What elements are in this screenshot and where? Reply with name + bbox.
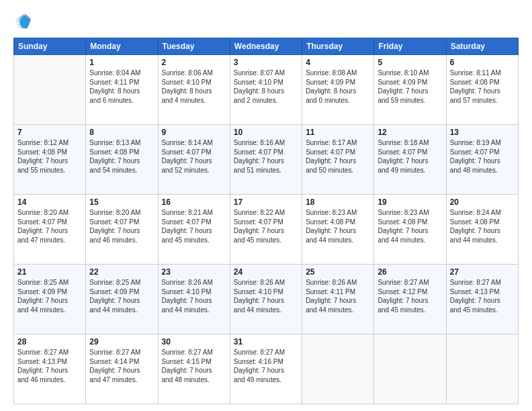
day-number: 19 [378, 197, 442, 207]
day-number: 21 [17, 267, 82, 277]
calendar-cell: 9Sunrise: 8:14 AM Sunset: 4:07 PM Daylig… [158, 125, 230, 195]
day-info: Sunrise: 8:27 AM Sunset: 4:12 PM Dayligh… [378, 278, 442, 314]
calendar-cell: 8Sunrise: 8:13 AM Sunset: 4:08 PM Daylig… [86, 125, 158, 195]
calendar-cell: 3Sunrise: 8:07 AM Sunset: 4:10 PM Daylig… [230, 55, 302, 125]
day-info: Sunrise: 8:26 AM Sunset: 4:10 PM Dayligh… [162, 278, 226, 314]
day-number: 18 [306, 197, 370, 207]
week-row-2: 7Sunrise: 8:12 AM Sunset: 4:08 PM Daylig… [14, 125, 519, 195]
day-info: Sunrise: 8:18 AM Sunset: 4:07 PM Dayligh… [378, 138, 442, 175]
calendar-cell: 21Sunrise: 8:25 AM Sunset: 4:09 PM Dayli… [14, 265, 86, 334]
weekday-header-thursday: Thursday [302, 38, 374, 55]
calendar-cell: 16Sunrise: 8:21 AM Sunset: 4:07 PM Dayli… [158, 195, 230, 265]
weekday-header-saturday: Saturday [446, 38, 518, 55]
day-info: Sunrise: 8:23 AM Sunset: 4:08 PM Dayligh… [378, 208, 442, 244]
day-info: Sunrise: 8:27 AM Sunset: 4:13 PM Dayligh… [17, 348, 82, 384]
weekday-header-monday: Monday [86, 38, 158, 55]
calendar-cell [14, 55, 86, 125]
calendar-cell: 11Sunrise: 8:17 AM Sunset: 4:07 PM Dayli… [302, 125, 374, 195]
day-info: Sunrise: 8:24 AM Sunset: 4:08 PM Dayligh… [450, 208, 515, 244]
calendar-cell: 13Sunrise: 8:19 AM Sunset: 4:07 PM Dayli… [446, 125, 518, 195]
day-number: 12 [378, 128, 442, 137]
day-number: 5 [378, 58, 442, 67]
day-number: 29 [89, 337, 154, 347]
day-info: Sunrise: 8:08 AM Sunset: 4:09 PM Dayligh… [306, 68, 370, 105]
weekday-header-friday: Friday [374, 38, 446, 55]
day-info: Sunrise: 8:04 AM Sunset: 4:11 PM Dayligh… [89, 68, 154, 105]
day-number: 28 [17, 337, 82, 347]
week-row-5: 28Sunrise: 8:27 AM Sunset: 4:13 PM Dayli… [14, 334, 519, 404]
day-number: 15 [89, 197, 154, 207]
calendar-cell: 25Sunrise: 8:26 AM Sunset: 4:11 PM Dayli… [302, 265, 374, 334]
day-info: Sunrise: 8:17 AM Sunset: 4:07 PM Dayligh… [306, 138, 370, 175]
day-number: 4 [306, 58, 370, 67]
day-number: 30 [162, 337, 226, 347]
day-number: 14 [17, 197, 82, 207]
calendar-cell: 29Sunrise: 8:27 AM Sunset: 4:14 PM Dayli… [86, 334, 158, 404]
weekday-header-tuesday: Tuesday [158, 38, 230, 55]
day-number: 22 [89, 267, 154, 277]
calendar-table: SundayMondayTuesdayWednesdayThursdayFrid… [13, 38, 519, 404]
day-number: 10 [234, 128, 298, 137]
calendar-cell: 24Sunrise: 8:26 AM Sunset: 4:10 PM Dayli… [230, 265, 302, 334]
weekday-header-row: SundayMondayTuesdayWednesdayThursdayFrid… [14, 38, 519, 55]
day-number: 27 [450, 267, 515, 277]
header [13, 12, 519, 31]
day-number: 13 [450, 128, 515, 137]
day-info: Sunrise: 8:20 AM Sunset: 4:07 PM Dayligh… [89, 208, 154, 244]
day-number: 11 [306, 128, 370, 137]
day-number: 9 [162, 128, 226, 137]
calendar-cell: 31Sunrise: 8:27 AM Sunset: 4:16 PM Dayli… [230, 334, 302, 404]
day-number: 7 [17, 128, 82, 137]
calendar-cell: 26Sunrise: 8:27 AM Sunset: 4:12 PM Dayli… [374, 265, 446, 334]
day-number: 31 [234, 337, 298, 347]
day-info: Sunrise: 8:25 AM Sunset: 4:09 PM Dayligh… [89, 278, 154, 314]
calendar-cell: 10Sunrise: 8:16 AM Sunset: 4:07 PM Dayli… [230, 125, 302, 195]
day-number: 17 [234, 197, 298, 207]
calendar-cell: 19Sunrise: 8:23 AM Sunset: 4:08 PM Dayli… [374, 195, 446, 265]
day-info: Sunrise: 8:14 AM Sunset: 4:07 PM Dayligh… [162, 138, 226, 175]
calendar-cell: 4Sunrise: 8:08 AM Sunset: 4:09 PM Daylig… [302, 55, 374, 125]
day-number: 23 [162, 267, 226, 277]
day-info: Sunrise: 8:27 AM Sunset: 4:13 PM Dayligh… [450, 278, 515, 314]
day-info: Sunrise: 8:13 AM Sunset: 4:08 PM Dayligh… [89, 138, 154, 175]
calendar-cell: 12Sunrise: 8:18 AM Sunset: 4:07 PM Dayli… [374, 125, 446, 195]
day-info: Sunrise: 8:27 AM Sunset: 4:16 PM Dayligh… [234, 348, 298, 384]
calendar-cell: 15Sunrise: 8:20 AM Sunset: 4:07 PM Dayli… [86, 195, 158, 265]
day-info: Sunrise: 8:10 AM Sunset: 4:09 PM Dayligh… [378, 68, 442, 105]
calendar-cell: 30Sunrise: 8:27 AM Sunset: 4:15 PM Dayli… [158, 334, 230, 404]
logo-icon [13, 12, 32, 31]
weekday-header-sunday: Sunday [14, 38, 86, 55]
calendar-cell: 5Sunrise: 8:10 AM Sunset: 4:09 PM Daylig… [374, 55, 446, 125]
calendar-cell [446, 334, 518, 404]
day-number: 20 [450, 197, 515, 207]
calendar-cell: 28Sunrise: 8:27 AM Sunset: 4:13 PM Dayli… [14, 334, 86, 404]
calendar-cell: 7Sunrise: 8:12 AM Sunset: 4:08 PM Daylig… [14, 125, 86, 195]
calendar-cell: 17Sunrise: 8:22 AM Sunset: 4:07 PM Dayli… [230, 195, 302, 265]
calendar-cell: 27Sunrise: 8:27 AM Sunset: 4:13 PM Dayli… [446, 265, 518, 334]
week-row-3: 14Sunrise: 8:20 AM Sunset: 4:07 PM Dayli… [14, 195, 519, 265]
day-number: 6 [450, 58, 515, 67]
day-info: Sunrise: 8:25 AM Sunset: 4:09 PM Dayligh… [17, 278, 82, 314]
logo [13, 12, 35, 31]
calendar-cell: 1Sunrise: 8:04 AM Sunset: 4:11 PM Daylig… [86, 55, 158, 125]
calendar-cell: 22Sunrise: 8:25 AM Sunset: 4:09 PM Dayli… [86, 265, 158, 334]
day-info: Sunrise: 8:20 AM Sunset: 4:07 PM Dayligh… [17, 208, 82, 244]
day-number: 26 [378, 267, 442, 277]
week-row-1: 1Sunrise: 8:04 AM Sunset: 4:11 PM Daylig… [14, 55, 519, 125]
day-info: Sunrise: 8:27 AM Sunset: 4:15 PM Dayligh… [162, 348, 226, 384]
day-number: 1 [89, 58, 154, 67]
day-number: 3 [234, 58, 298, 67]
calendar-cell: 2Sunrise: 8:06 AM Sunset: 4:10 PM Daylig… [158, 55, 230, 125]
day-info: Sunrise: 8:23 AM Sunset: 4:08 PM Dayligh… [306, 208, 370, 244]
day-info: Sunrise: 8:21 AM Sunset: 4:07 PM Dayligh… [162, 208, 226, 244]
day-info: Sunrise: 8:27 AM Sunset: 4:14 PM Dayligh… [89, 348, 154, 384]
calendar-cell [374, 334, 446, 404]
calendar-cell: 14Sunrise: 8:20 AM Sunset: 4:07 PM Dayli… [14, 195, 86, 265]
day-info: Sunrise: 8:07 AM Sunset: 4:10 PM Dayligh… [234, 68, 298, 105]
day-number: 24 [234, 267, 298, 277]
day-number: 2 [162, 58, 226, 67]
day-info: Sunrise: 8:06 AM Sunset: 4:10 PM Dayligh… [162, 68, 226, 105]
day-info: Sunrise: 8:12 AM Sunset: 4:08 PM Dayligh… [17, 138, 82, 175]
day-info: Sunrise: 8:22 AM Sunset: 4:07 PM Dayligh… [234, 208, 298, 244]
day-info: Sunrise: 8:26 AM Sunset: 4:11 PM Dayligh… [306, 278, 370, 314]
